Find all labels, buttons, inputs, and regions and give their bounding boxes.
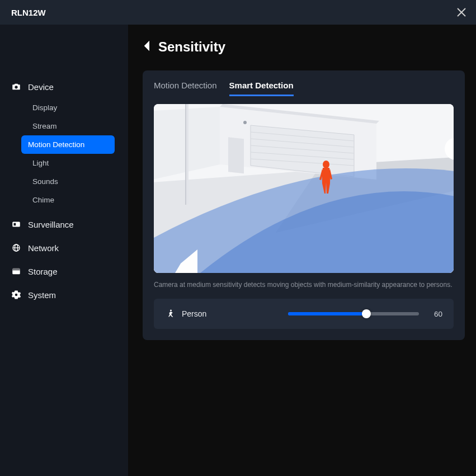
sensitivity-caption: Camera at medium sensitivity detects mov…	[154, 281, 454, 289]
sidebar-section-label: Device	[28, 82, 54, 92]
sidebar-section-label: Surveillance	[28, 220, 74, 229]
sidebar-section-label: Storage	[28, 267, 58, 276]
svg-point-24	[243, 121, 247, 124]
globe-icon	[11, 243, 21, 253]
sidebar: Device Display Stream Motion Detection L…	[0, 25, 128, 476]
person-sensitivity-row: Person 60	[154, 299, 454, 329]
svg-point-10	[15, 294, 18, 296]
sidebar-section-label: Network	[28, 243, 59, 253]
svg-point-2	[15, 86, 17, 88]
sidebar-section-label: System	[28, 290, 56, 300]
surveillance-icon	[11, 219, 21, 229]
sidebar-section-surveillance[interactable]: Surveillance	[0, 213, 128, 236]
main-content: Sensitivity Motion Detection Smart Detec…	[128, 25, 476, 476]
detection-preview	[154, 104, 454, 273]
sidebar-section-system[interactable]: System	[0, 283, 128, 307]
tab-motion-detection[interactable]: Motion Detection	[154, 81, 217, 96]
sidebar-section-network[interactable]: Network	[0, 236, 128, 260]
slider-fill	[288, 312, 366, 315]
close-icon[interactable]	[456, 7, 467, 18]
sidebar-device-subnav: Display Stream Motion Detection Light So…	[0, 98, 128, 213]
sidebar-item-stream[interactable]: Stream	[4, 117, 124, 135]
gear-icon	[11, 290, 21, 300]
svg-rect-3	[12, 222, 20, 227]
tab-smart-detection[interactable]: Smart Detection	[229, 81, 294, 96]
svg-rect-23	[228, 137, 244, 173]
slider-value: 60	[429, 310, 442, 318]
person-running-icon	[165, 309, 175, 319]
sidebar-section-device[interactable]: Device	[0, 75, 128, 98]
page-title: Sensitivity	[158, 39, 225, 55]
sidebar-section-storage[interactable]: Storage	[0, 260, 128, 283]
svg-point-30	[170, 310, 172, 312]
camera-icon	[11, 82, 21, 92]
page-title-row: Sensitivity	[143, 39, 465, 55]
sidebar-item-display[interactable]: Display	[4, 98, 124, 117]
sidebar-item-sounds[interactable]: Sounds	[4, 172, 124, 191]
sidebar-item-chime[interactable]: Chime	[4, 191, 124, 209]
detection-tabs: Motion Detection Smart Detection	[154, 81, 454, 96]
header-bar: RLN12W	[0, 0, 476, 25]
sidebar-item-light[interactable]: Light	[4, 154, 124, 172]
storage-icon	[11, 266, 21, 276]
svg-rect-4	[14, 223, 16, 226]
svg-rect-25	[186, 104, 188, 205]
svg-rect-26	[185, 104, 186, 205]
person-sensitivity-slider[interactable]	[288, 312, 419, 315]
svg-rect-9	[12, 268, 20, 271]
svg-point-29	[323, 161, 329, 168]
sidebar-item-motion-detection[interactable]: Motion Detection	[21, 135, 115, 154]
slider-label-person: Person	[182, 309, 206, 318]
back-icon[interactable]	[143, 40, 152, 54]
settings-panel: Motion Detection Smart Detection	[143, 70, 465, 340]
device-model-title: RLN12W	[11, 8, 46, 17]
slider-thumb[interactable]	[362, 309, 371, 318]
